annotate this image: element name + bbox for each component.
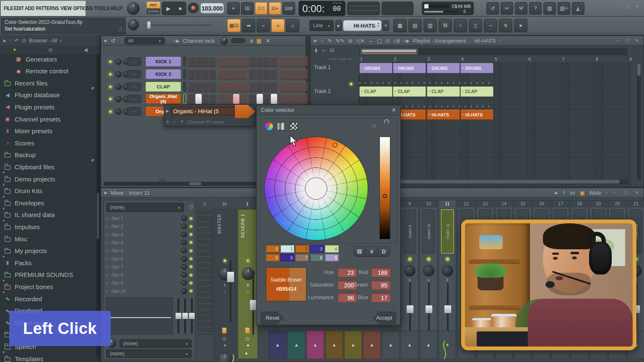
palette-tab-icon[interactable]: [290, 122, 298, 130]
save-icon[interactable]: ▤: [543, 2, 556, 15]
reverb-strip[interactable]: REVERB 1 ⇕ ⇔ ◷ ▲: [238, 209, 258, 359]
picker-mode-tab[interactable]: NOTE: [329, 58, 337, 61]
cancel-icon[interactable]: ✕: [180, 119, 184, 124]
window-close-button[interactable]: ✕: [634, 38, 640, 44]
window-close-button[interactable]: ✕: [634, 190, 640, 196]
effects-source-selector[interactable]: (none)▸: [106, 203, 184, 212]
pattern-clip[interactable]: ≡ HI-HATS: [427, 109, 460, 120]
effect-slot[interactable]: ▶ Slot 8: [106, 271, 192, 279]
step-edit-icon[interactable]: ШФ: [283, 2, 295, 15]
browser-item[interactable]: Recorded: [4, 293, 92, 304]
plugin-icon[interactable]: ⌁: [484, 19, 497, 32]
color-swatch[interactable]: 6: [280, 254, 294, 261]
window-maximize-button[interactable]: ▢: [624, 38, 631, 44]
clip-menu-icon[interactable]: ≡: [361, 66, 363, 70]
step-cell[interactable]: [195, 94, 202, 104]
strip-led[interactable]: [446, 257, 449, 261]
slot-mix-knob[interactable]: [181, 264, 187, 270]
pattern-clip[interactable]: ≡ HI-HATS: [460, 109, 493, 120]
swing-knob[interactable]: [221, 37, 228, 44]
channel-enable-led[interactable]: [109, 60, 112, 64]
slot-enable-led[interactable]: [190, 274, 192, 277]
step-cell[interactable]: [188, 82, 195, 92]
window-maximize-button[interactable]: ▢: [623, 190, 629, 196]
slot-mix-knob[interactable]: [181, 272, 187, 278]
wheel-selection-marker[interactable]: [332, 142, 338, 147]
strip-number[interactable]: 14: [496, 200, 512, 207]
channel-rack-window-icon[interactable]: ▥: [423, 19, 437, 32]
effect-slot[interactable]: ▶ Slot 6: [106, 255, 192, 263]
slot-enable-led[interactable]: [190, 233, 192, 236]
hand-tool-icon[interactable]: ➤: [554, 190, 558, 196]
menu-item[interactable]: HELP: [110, 5, 122, 11]
strip-led[interactable]: [427, 257, 431, 261]
clip-menu-icon[interactable]: ≡: [428, 66, 431, 70]
strip-fader-handle[interactable]: [444, 305, 452, 313]
eq-band-fader[interactable]: [191, 298, 193, 334]
route-arrow-icon[interactable]: ▲: [389, 342, 393, 347]
audio-input-selector[interactable]: (none)▸: [119, 339, 192, 348]
route-arrow-icon[interactable]: ▲: [426, 342, 431, 347]
channel-target-box[interactable]: ---: [127, 57, 141, 66]
browser-item[interactable]: Plugin presets: [4, 101, 92, 112]
search-icon[interactable]: ⊙: [22, 38, 26, 44]
color-swatch[interactable]: 2: [295, 245, 309, 253]
play-button[interactable]: ▶: [166, 5, 171, 12]
strip-number[interactable]: 19: [590, 200, 607, 207]
master-fader-handle[interactable]: [227, 272, 234, 282]
browser-item[interactable]: My projects: [4, 246, 92, 256]
random-color-button[interactable]: ⚄: [354, 246, 365, 257]
clip-menu-icon[interactable]: ≡: [361, 90, 363, 93]
stop-button[interactable]: ■: [179, 6, 182, 11]
time-display[interactable]: 0:00: 00 M:S:CS: [299, 1, 345, 16]
reset-button[interactable]: Reset: [261, 312, 284, 324]
step-cell[interactable]: [203, 82, 209, 92]
color-swatch[interactable]: 8: [310, 254, 324, 261]
record-button[interactable]: [188, 3, 199, 13]
window-minimize-button[interactable]: –: [612, 190, 618, 196]
route-arrow-icon[interactable]: ▲: [408, 342, 412, 347]
strip-footer[interactable]: ▲: [344, 331, 362, 359]
browser-item[interactable]: IL shared data: [4, 209, 92, 220]
wait-for-input-icon[interactable]: Ш: [241, 2, 254, 15]
effect-slot[interactable]: ▶ Slot 10: [106, 287, 192, 295]
clip-menu-icon[interactable]: ≡: [462, 113, 464, 116]
timeline-bar-number[interactable]: 5: [494, 57, 527, 62]
step-cell[interactable]: [226, 69, 232, 79]
updown-arrows[interactable]: ⇕: [420, 278, 437, 282]
strip-footer[interactable]: ▲: [401, 331, 418, 359]
step-cell[interactable]: [249, 94, 256, 104]
up-icon[interactable]: ↑: [9, 38, 12, 44]
updown-arrows[interactable]: ⇕: [439, 278, 456, 282]
feedback-icon[interactable]: ◭: [572, 2, 584, 15]
step-cell[interactable]: [271, 69, 277, 79]
pat-song-toggle[interactable]: PAT SONG: [147, 2, 160, 14]
popup-arrow-icon[interactable]: ▶: [167, 120, 169, 124]
route-arrow-icon[interactable]: ▲: [351, 342, 356, 347]
slot-enable-led[interactable]: [190, 265, 192, 268]
layout-icon[interactable]: ▣: [580, 190, 585, 196]
speaker-icon[interactable]: ◀: [84, 47, 88, 53]
channel-pan-knob[interactable]: [115, 109, 122, 115]
slide-handle[interactable]: [147, 21, 151, 29]
graph-editor-icon[interactable]: .ılı: [249, 38, 253, 44]
browser-item[interactable]: Recent files: [4, 78, 92, 88]
cut-tool-icon[interactable]: ✂: [501, 2, 513, 15]
strip-footer[interactable]: ▲: [306, 331, 324, 359]
step-cell[interactable]: [240, 82, 247, 92]
step-cell[interactable]: [233, 69, 239, 79]
clip-menu-icon[interactable]: ≡: [462, 66, 464, 70]
slot-enable-led[interactable]: [190, 241, 192, 244]
strip-number[interactable]: 11: [439, 200, 456, 207]
pattern-clip[interactable]: ≡ CLAP: [359, 86, 392, 97]
playback-tool-icon[interactable]: ◁‖: [393, 38, 400, 44]
channel-enable-led[interactable]: [109, 85, 112, 89]
select-tool-icon[interactable]: ▢: [377, 38, 382, 44]
strip-number[interactable]: 17: [552, 200, 569, 207]
clip-menu-icon[interactable]: ≡: [428, 90, 431, 93]
slot-mix-knob[interactable]: [181, 256, 187, 262]
strip-led[interactable]: [408, 257, 412, 261]
step-cell[interactable]: [271, 94, 277, 104]
strip-name-plate[interactable]: Insert 10: [422, 209, 435, 253]
timeline-bar-number[interactable]: 4: [460, 57, 493, 62]
